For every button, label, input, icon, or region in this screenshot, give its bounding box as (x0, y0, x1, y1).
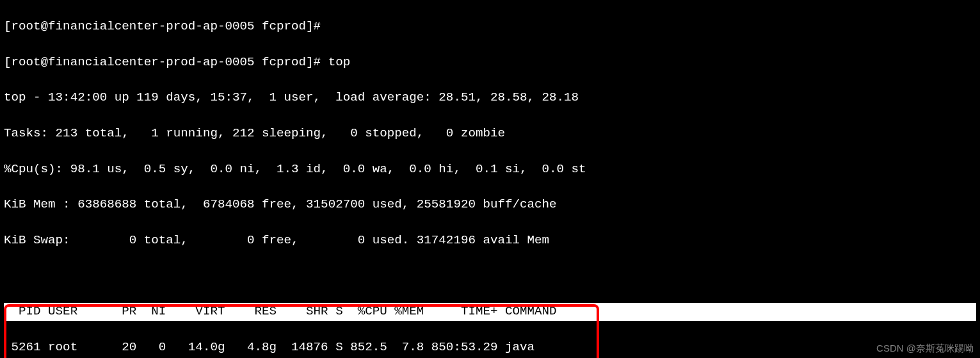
prompt-line[interactable]: [root@financialcenter-prod-ap-0005 fcpro… (4, 18, 976, 36)
top-summary-mem: KiB Mem : 63868688 total, 6784068 free, … (4, 196, 976, 214)
top-summary-tasks: Tasks: 213 total, 1 running, 212 sleepin… (4, 125, 976, 143)
terminal-output: [root@financialcenter-prod-ap-0005 fcpro… (0, 0, 980, 358)
process-table-header[interactable]: PID USER PR NI VIRT RES SHR S %CPU %MEM … (4, 303, 976, 321)
top-summary-swap: KiB Swap: 0 total, 0 free, 0 used. 31742… (4, 232, 976, 250)
process-row[interactable]: 5261 root 20 0 14.0g 4.8g 14876 S 852.5 … (4, 339, 976, 357)
top-summary-cpu: %Cpu(s): 98.1 us, 0.5 sy, 0.0 ni, 1.3 id… (4, 161, 976, 179)
watermark-text: CSDN @奈斯菟咪踢呦 (876, 341, 974, 355)
prompt-line-top[interactable]: [root@financialcenter-prod-ap-0005 fcpro… (4, 54, 976, 72)
blank-line (4, 268, 976, 286)
top-summary-time: top - 13:42:00 up 119 days, 15:37, 1 use… (4, 89, 976, 107)
